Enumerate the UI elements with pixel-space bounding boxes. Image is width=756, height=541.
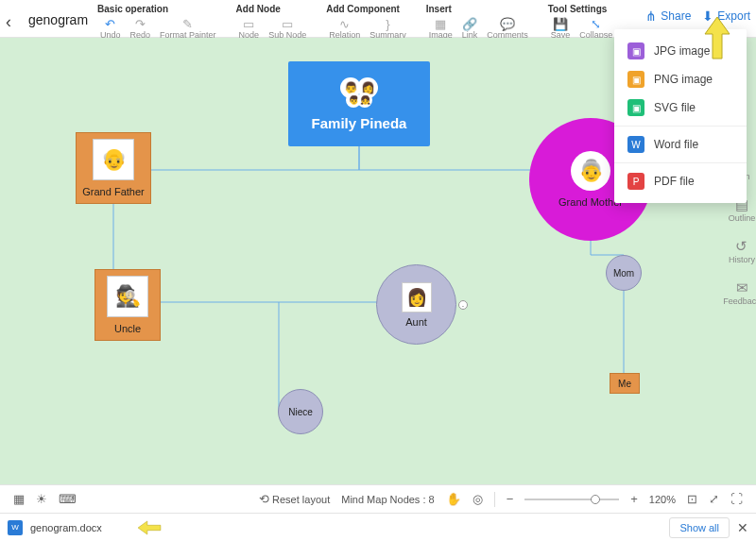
- zoom-level: 120%: [649, 494, 676, 505]
- avatar-icon: 👴: [93, 139, 134, 180]
- export-word[interactable]: WWord file: [614, 130, 747, 159]
- keyboard-icon[interactable]: ⌨: [59, 492, 77, 506]
- side-history-button[interactable]: ↺History: [729, 238, 755, 264]
- fullscreen-button[interactable]: ⛶: [730, 492, 743, 506]
- back-button[interactable]: ‹: [6, 3, 23, 32]
- hand-tool[interactable]: ✋: [446, 492, 461, 506]
- menu-group-tool-settings: Tool Settings 💾Save ⤡Collapse: [546, 3, 618, 40]
- show-all-button[interactable]: Show all: [669, 517, 730, 538]
- node-aunt[interactable]: 👩 Aunt: [376, 264, 456, 345]
- relation-button[interactable]: ∿Relation: [324, 17, 365, 40]
- share-button[interactable]: ⋔Share: [645, 8, 691, 24]
- brightness-icon[interactable]: ☀: [36, 492, 47, 506]
- image-button[interactable]: ▦Image: [424, 17, 457, 40]
- zoom-out-button[interactable]: −: [507, 492, 514, 506]
- jpg-icon: ▣: [627, 42, 644, 59]
- summary-button[interactable]: }Summary: [365, 17, 411, 40]
- svg-icon: ▣: [627, 99, 644, 116]
- node-root[interactable]: 👨👩 👦👧 Family Pineda: [288, 61, 430, 146]
- menu-group-insert: Insert ▦Image 🔗Link 💬Comments: [424, 3, 533, 40]
- menu-group-basic-operation: Basic operation ↶Undo ↷Redo ✎Format Pain…: [95, 3, 221, 40]
- docx-icon: W: [8, 520, 23, 535]
- sub-node-button[interactable]: ▭Sub Node: [264, 17, 311, 40]
- redo-button[interactable]: ↷Redo: [126, 17, 156, 40]
- selection-tool[interactable]: ◎: [472, 492, 483, 506]
- arrow-download-highlight: [137, 509, 162, 542]
- undo-button[interactable]: ↶Undo: [95, 17, 126, 40]
- reset-layout-button[interactable]: ⟲ Reset layout: [259, 492, 330, 506]
- side-feedback-button[interactable]: ✉Feedback: [723, 279, 756, 306]
- downloads-bar: W genogram.docx Show all ✕: [0, 513, 756, 541]
- export-pdf[interactable]: PPDF file: [614, 167, 747, 195]
- node-count: Mind Map Nodes : 8: [341, 494, 434, 505]
- zoom-in-button[interactable]: +: [630, 492, 638, 506]
- arrow-export-highlight: [701, 15, 733, 60]
- comments-button[interactable]: 💬Comments: [482, 17, 533, 40]
- fit-screen-button[interactable]: ⤢: [709, 492, 719, 506]
- collapse-button[interactable]: ⤡Collapse: [575, 17, 617, 40]
- presentation-icon[interactable]: ▦: [13, 492, 25, 506]
- node-uncle[interactable]: 🕵️ Uncle: [94, 269, 161, 341]
- png-icon: ▣: [627, 71, 644, 88]
- export-svg[interactable]: ▣SVG file: [614, 93, 747, 122]
- download-filename[interactable]: genogram.docx: [30, 522, 102, 533]
- fit-center-button[interactable]: ⊡: [687, 492, 697, 506]
- zoom-slider[interactable]: [524, 499, 619, 500]
- avatar-icon: 👩: [402, 282, 432, 313]
- node-mom[interactable]: Mom: [606, 255, 642, 291]
- close-downloads-button[interactable]: ✕: [737, 520, 748, 535]
- export-png[interactable]: ▣PNG image: [614, 65, 747, 93]
- node-button[interactable]: ▭Node: [234, 17, 265, 40]
- format-painter-button[interactable]: ✎Format Painter: [155, 17, 221, 40]
- node-niece[interactable]: Niece: [278, 389, 323, 434]
- collapse-toggle[interactable]: -: [458, 300, 468, 310]
- menu-group-add-component: Add Component ∿Relation }Summary: [324, 3, 411, 40]
- node-me[interactable]: Me: [610, 373, 640, 394]
- link-button[interactable]: 🔗Link: [457, 17, 483, 40]
- pdf-icon: P: [627, 173, 644, 190]
- node-grandfather[interactable]: 👴 Grand Father: [76, 132, 151, 204]
- save-button[interactable]: 💾Save: [546, 17, 576, 40]
- menu-group-add-node: Add Node ▭Node ▭Sub Node: [234, 3, 312, 40]
- document-title: genogram: [23, 3, 95, 27]
- menu-groups: Basic operation ↶Undo ↷Redo ✎Format Pain…: [95, 3, 634, 40]
- word-icon: W: [627, 136, 644, 153]
- share-icon: ⋔: [645, 8, 657, 24]
- status-bar: ▦ ☀ ⌨ ⟲ Reset layout Mind Map Nodes : 8 …: [0, 484, 756, 513]
- avatar-icon: 👵: [571, 151, 610, 191]
- avatar-icon: 🕵️: [107, 276, 148, 317]
